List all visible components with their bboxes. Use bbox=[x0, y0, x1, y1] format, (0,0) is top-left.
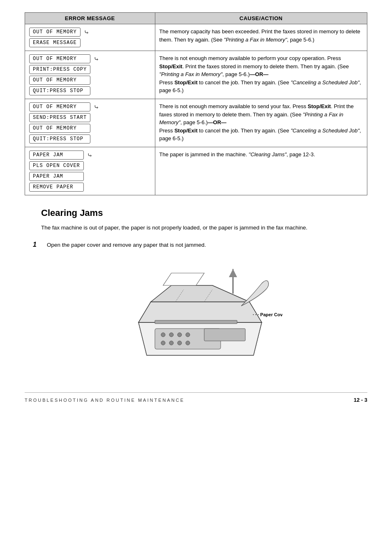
cause-cell: There is not enough memory available to … bbox=[155, 51, 367, 99]
section-intro: The fax machine is out of paper, the pap… bbox=[41, 223, 367, 232]
svg-point-4 bbox=[161, 333, 165, 337]
lcd-display: REMOVE PAPER bbox=[29, 183, 84, 192]
arrow-icon: ⤷ bbox=[84, 28, 89, 36]
lcd-display: OUT OF MEMORY bbox=[29, 76, 90, 85]
step-text: Open the paper cover and remove any pape… bbox=[47, 241, 206, 250]
lcd-display: PAPER JAM bbox=[29, 151, 84, 160]
table-row: OUT OF MEMORY PRINT:PRESS COPY OUT OF ME… bbox=[25, 51, 367, 99]
lcd-display: PRINT:PRESS COPY bbox=[29, 65, 90, 74]
step-1-row: 1 Open the paper cover and remove any pa… bbox=[33, 241, 367, 250]
lcd-display: PAPER JAM bbox=[29, 172, 84, 181]
cause-cell: There is not enough memory available to … bbox=[155, 99, 367, 147]
table-row: OUT OF MEMORY SEND:PRESS START OUT OF ME… bbox=[25, 99, 367, 147]
cause-cell: The paper is jammed in the machine. "Cle… bbox=[155, 147, 367, 195]
svg-point-7 bbox=[186, 333, 190, 337]
footer-left-text: TROUBLESHOOTING AND ROUTINE MAINTENANCE bbox=[25, 398, 184, 403]
table-row: PAPER JAM PLS OPEN COVER PAPER JAM REMOV… bbox=[25, 147, 367, 195]
lcd-display: ERASE MESSAGE bbox=[29, 38, 81, 47]
svg-rect-13 bbox=[155, 320, 237, 324]
error-message-cell: OUT OF MEMORY SEND:PRESS START OUT OF ME… bbox=[25, 99, 155, 147]
step-number: 1 bbox=[33, 241, 41, 248]
lcd-display: SEND:PRESS START bbox=[29, 113, 90, 122]
svg-point-6 bbox=[178, 333, 182, 337]
svg-text:· · · Paper Cover: · · · Paper Cover bbox=[253, 312, 282, 317]
error-table: ERROR MESSAGE CAUSE/ACTION OUT OF MEMORY… bbox=[25, 12, 367, 195]
svg-point-9 bbox=[169, 341, 173, 345]
lcd-display: OUT OF MEMORY bbox=[29, 102, 90, 111]
col2-header: CAUSE/ACTION bbox=[155, 13, 367, 24]
cause-cell: The memory capacity has been exceeded. P… bbox=[155, 24, 367, 51]
svg-point-5 bbox=[169, 333, 173, 337]
col1-header: ERROR MESSAGE bbox=[25, 13, 155, 24]
svg-point-8 bbox=[161, 341, 165, 345]
error-message-cell: OUT OF MEMORY ERASE MESSAGE ⤷ bbox=[25, 24, 155, 51]
lcd-display: QUIT:PRESS STOP bbox=[29, 134, 90, 144]
lcd-display: OUT OF MEMORY bbox=[29, 124, 90, 133]
arrow-icon: ⤷ bbox=[94, 55, 99, 63]
section-title: Clearing Jams bbox=[41, 208, 367, 218]
table-row: OUT OF MEMORY ERASE MESSAGE ⤷ The memory… bbox=[25, 24, 367, 51]
lcd-display: OUT OF MEMORY bbox=[29, 28, 81, 37]
clearing-jams-section: Clearing Jams The fax machine is out of … bbox=[25, 208, 367, 376]
arrow-icon: ⤷ bbox=[87, 151, 92, 159]
error-message-cell: OUT OF MEMORY PRINT:PRESS COPY OUT OF ME… bbox=[25, 51, 155, 99]
svg-marker-18 bbox=[229, 269, 237, 277]
lcd-display: PLS OPEN COVER bbox=[29, 161, 84, 170]
error-message-cell: PAPER JAM PLS OPEN COVER PAPER JAM REMOV… bbox=[25, 147, 155, 195]
svg-marker-14 bbox=[163, 273, 204, 285]
page-number: 12 - 3 bbox=[354, 397, 367, 403]
page-footer: TROUBLESHOOTING AND ROUTINE MAINTENANCE … bbox=[25, 392, 367, 403]
arrow-icon: ⤷ bbox=[94, 103, 99, 111]
lcd-display: QUIT:PRESS STOP bbox=[29, 86, 90, 95]
lcd-display: OUT OF MEMORY bbox=[29, 54, 90, 63]
fax-machine-illustration: · · · Paper Cover bbox=[110, 257, 282, 376]
svg-marker-2 bbox=[151, 285, 249, 302]
svg-rect-12 bbox=[204, 329, 245, 341]
svg-point-11 bbox=[186, 341, 190, 345]
svg-point-10 bbox=[178, 341, 182, 345]
